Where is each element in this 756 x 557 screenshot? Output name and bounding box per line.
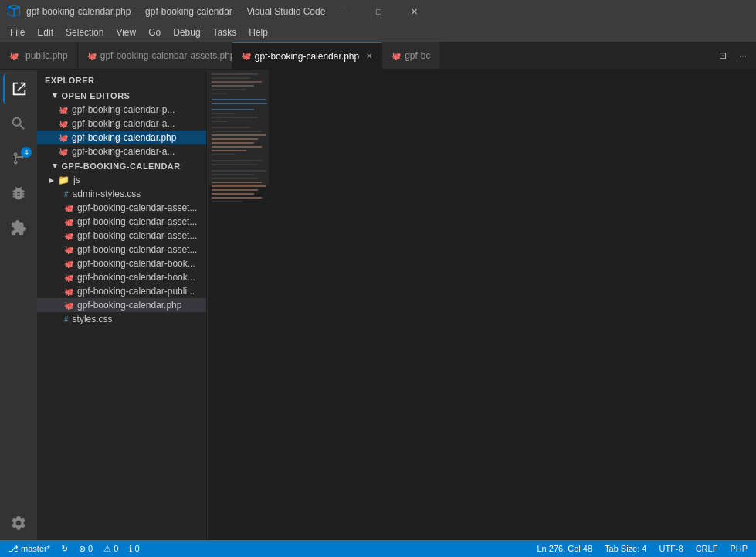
open-editors-header[interactable]: ▾ OPEN EDITORS [37, 88, 206, 103]
tab-label: gpf-booking-calendar.php [255, 51, 359, 62]
folder-icon: 📁 [58, 175, 69, 185]
window-controls: ─ □ ✕ [325, 0, 432, 23]
tab-close-button[interactable]: ✕ [366, 52, 372, 60]
menu-help[interactable]: Help [242, 25, 274, 39]
tab-public-php[interactable]: 🐙 -public.php [0, 42, 78, 69]
file-asset-4[interactable]: 🐙 gpf-booking-calendar-asset... [37, 243, 206, 256]
project-header[interactable]: ▾ GPF-BOOKING-CALENDAR [37, 158, 206, 173]
open-editor-file-1[interactable]: 🐙 gpf-booking-calendar-p... [37, 103, 206, 117]
php-icon: 🐙 [64, 301, 73, 310]
chevron-right-icon: ▸ [49, 175, 54, 185]
file-book-2[interactable]: 🐙 gpf-booking-calendar-book... [37, 270, 206, 284]
tabbar: 🐙 -public.php 🐙 gpf-booking-calendar-ass… [0, 42, 756, 70]
svg-rect-32 [208, 70, 269, 185]
activity-debug[interactable] [3, 178, 34, 209]
activity-extensions[interactable] [3, 212, 34, 243]
editor[interactable]: 254 255 256 257 258 259 260 261 262 263 … [207, 70, 756, 540]
menu-view[interactable]: View [110, 25, 142, 39]
chevron-down-icon: ▾ [53, 161, 58, 171]
activity-settings[interactable] [3, 509, 34, 540]
open-editor-file-4[interactable]: 🐙 gpf-booking-calendar-a... [37, 144, 206, 158]
menu-edit[interactable]: Edit [31, 25, 59, 39]
php-icon: 🐙 [59, 134, 68, 142]
tab-gpf-bc[interactable]: 🐙 gpf-bc [382, 42, 440, 69]
minimize-button[interactable]: ─ [325, 0, 361, 23]
css-icon: # [64, 190, 69, 199]
sync-button[interactable]: ↻ [59, 544, 70, 554]
info-count[interactable]: ℹ 0 [127, 544, 141, 554]
php-icon: 🐙 [59, 120, 68, 128]
svg-rect-31 [212, 201, 242, 202]
status-left: ⎇ master* ↻ ⊗ 0 ⚠ 0 ℹ 0 [6, 544, 142, 554]
menu-selection[interactable]: Selection [59, 25, 110, 39]
svg-rect-30 [212, 197, 262, 199]
tab-actions: ⊡ ··· [710, 42, 756, 69]
php-icon: 🐙 [64, 287, 73, 296]
folder-js[interactable]: ▸ 📁 js [37, 173, 206, 187]
titlebar: gpf-booking-calendar.php — gpf-booking-c… [0, 0, 756, 23]
tab-icon: 🐙 [392, 52, 401, 60]
php-icon: 🐙 [59, 106, 68, 114]
tab-icon: 🐙 [87, 52, 97, 60]
cursor-position[interactable]: Ln 276, Col 48 [534, 544, 595, 553]
menu-go[interactable]: Go [142, 25, 167, 39]
file-public[interactable]: 🐙 gpf-booking-calendar-publi... [37, 284, 206, 298]
line-ending[interactable]: CRLF [693, 544, 720, 553]
tab-label: gpf-bc [405, 50, 430, 61]
tab-icon: 🐙 [9, 52, 19, 60]
php-icon: 🐙 [64, 260, 73, 268]
menu-file[interactable]: File [4, 25, 31, 39]
menubar: File Edit Selection View Go Debug Tasks … [0, 23, 756, 42]
php-icon: 🐙 [64, 246, 73, 254]
activity-explorer[interactable] [3, 73, 34, 104]
status-right: Ln 276, Col 48 Tab Size: 4 UTF-8 CRLF PH… [534, 544, 750, 553]
file-main[interactable]: 🐙 gpf-booking-calendar.php [37, 298, 206, 312]
php-icon: 🐙 [64, 204, 73, 212]
file-asset-2[interactable]: 🐙 gpf-booking-calendar-asset... [37, 215, 206, 229]
warnings-count[interactable]: ⚠ 0 [101, 544, 120, 554]
tab-assets-php[interactable]: 🐙 gpf-booking-calendar-assets.php [78, 42, 232, 69]
svg-rect-29 [212, 193, 254, 195]
activity-source-control[interactable]: 4 [3, 143, 34, 174]
file-admin-styles[interactable]: # admin-styles.css [37, 187, 206, 201]
explorer-header: EXPLORER [37, 70, 206, 88]
tab-size[interactable]: Tab Size: 4 [602, 544, 649, 553]
php-icon: 🐙 [64, 218, 73, 226]
svg-rect-28 [212, 189, 258, 191]
errors-count[interactable]: ⊗ 0 [76, 544, 95, 554]
php-icon: 🐙 [64, 232, 73, 240]
file-book-1[interactable]: 🐙 gpf-booking-calendar-book... [37, 256, 206, 270]
tab-icon: 🐙 [242, 52, 251, 60]
svg-rect-27 [212, 185, 266, 187]
source-control-badge: 4 [21, 147, 32, 158]
language-mode[interactable]: PHP [727, 544, 750, 553]
open-editor-file-2[interactable]: 🐙 gpf-booking-calendar-a... [37, 117, 206, 131]
app-icon [8, 5, 20, 19]
file-asset-1[interactable]: 🐙 gpf-booking-calendar-asset... [37, 201, 206, 215]
php-icon: 🐙 [59, 148, 68, 156]
activity-search[interactable] [3, 108, 34, 139]
git-icon: ⎇ [8, 544, 19, 553]
menu-debug[interactable]: Debug [167, 25, 206, 39]
main-layout: 4 EXPLORER ▾ OPEN EDITORS 🐙 gpf-booking-… [0, 70, 756, 540]
maximize-button[interactable]: □ [361, 0, 396, 23]
git-branch[interactable]: ⎇ master* [6, 544, 53, 554]
file-asset-3[interactable]: 🐙 gpf-booking-calendar-asset... [37, 229, 206, 243]
close-button[interactable]: ✕ [396, 0, 432, 23]
php-icon: 🐙 [64, 273, 73, 282]
more-tabs-button[interactable]: ··· [734, 46, 752, 65]
statusbar: ⎇ master* ↻ ⊗ 0 ⚠ 0 ℹ 0 Ln 276, Col 48 T… [0, 540, 756, 557]
open-editor-file-3[interactable]: 🐙 gpf-booking-calendar.php [37, 131, 206, 144]
tab-label: gpf-booking-calendar-assets.php [100, 50, 236, 61]
file-styles[interactable]: # styles.css [37, 312, 206, 326]
menu-tasks[interactable]: Tasks [207, 25, 243, 39]
tab-main-php[interactable]: 🐙 gpf-booking-calendar.php ✕ [232, 42, 382, 69]
explorer-title: EXPLORER [45, 76, 95, 85]
encoding[interactable]: UTF-8 [656, 544, 685, 553]
title-text: gpf-booking-calendar.php — gpf-booking-c… [26, 6, 325, 17]
activitybar: 4 [0, 70, 37, 540]
minimap [207, 70, 269, 540]
tab-label: -public.php [22, 50, 68, 61]
split-editor-button[interactable]: ⊡ [714, 46, 732, 65]
sidebar: EXPLORER ▾ OPEN EDITORS 🐙 gpf-booking-ca… [37, 70, 207, 540]
